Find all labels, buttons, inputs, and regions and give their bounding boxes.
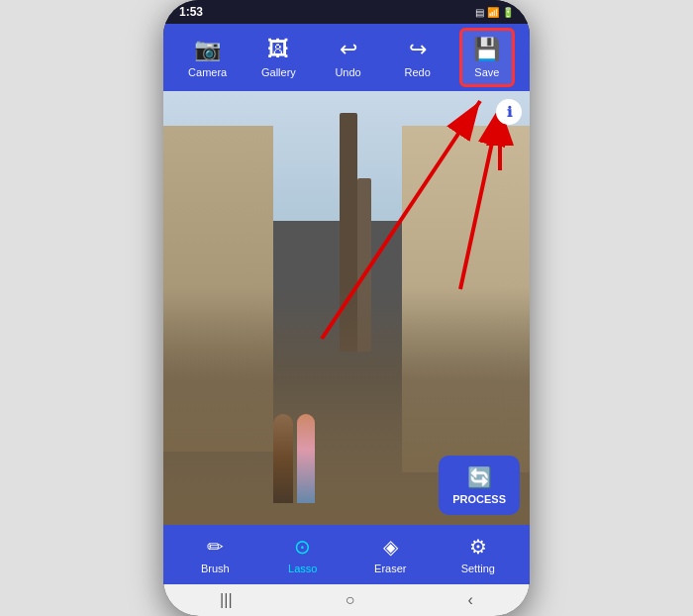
- phone-frame: 1:53 ▤ 📶 🔋 📷 Camera 🖼 Gallery ↩ Undo ↪ R…: [163, 0, 530, 616]
- save-label: Save: [474, 66, 499, 78]
- camera-label: Camera: [188, 66, 227, 78]
- eraser-label: Eraser: [374, 563, 406, 574]
- lasso-label: Lasso: [288, 563, 317, 574]
- setting-button[interactable]: ⚙ Setting: [448, 535, 508, 574]
- lasso-icon: ⊙: [294, 535, 311, 559]
- info-button[interactable]: ℹ: [496, 99, 522, 125]
- brush-label: Brush: [201, 563, 230, 574]
- nav-menu-icon[interactable]: |||: [220, 591, 232, 609]
- battery-icon: ▤ 📶 🔋: [475, 7, 514, 18]
- image-area: ℹ 🔄 PROCESS: [163, 91, 530, 525]
- setting-label: Setting: [461, 563, 495, 574]
- brush-button[interactable]: ✏ Brush: [185, 535, 245, 574]
- eraser-button[interactable]: ◈ Eraser: [360, 535, 420, 574]
- camera-icon: 📷: [194, 37, 221, 62]
- brush-icon: ✏: [207, 535, 224, 559]
- gallery-label: Gallery: [261, 66, 296, 78]
- setting-icon: ⚙: [469, 535, 487, 559]
- nav-back-icon[interactable]: ‹: [468, 591, 473, 609]
- save-icon: 💾: [473, 37, 500, 62]
- save-button[interactable]: 💾 Save: [459, 28, 515, 87]
- undo-icon: ↩: [340, 37, 357, 62]
- bottom-toolbar: ✏ Brush ⊙ Lasso ◈ Eraser ⚙ Setting: [163, 525, 530, 584]
- nav-home-icon[interactable]: ○: [346, 591, 355, 609]
- camera-button[interactable]: 📷 Camera: [178, 31, 237, 84]
- person-couple: [273, 414, 333, 503]
- eraser-icon: ◈: [383, 535, 398, 559]
- person-1: [273, 414, 293, 503]
- status-icons: ▤ 📶 🔋: [475, 7, 514, 18]
- process-label: PROCESS: [452, 493, 506, 505]
- undo-button[interactable]: ↩ Undo: [321, 31, 376, 84]
- redo-label: Redo: [405, 66, 431, 78]
- top-toolbar: 📷 Camera 🖼 Gallery ↩ Undo ↪ Redo 💾 Save: [163, 24, 530, 91]
- nav-bar: ||| ○ ‹: [163, 584, 530, 616]
- status-bar: 1:53 ▤ 📶 🔋: [163, 0, 530, 24]
- redo-button[interactable]: ↪ Redo: [390, 31, 446, 84]
- status-time: 1:53: [179, 5, 203, 19]
- process-icon: 🔄: [467, 465, 492, 489]
- gallery-icon: 🖼: [267, 37, 289, 62]
- undo-label: Undo: [335, 66, 360, 78]
- person-2: [297, 414, 315, 503]
- gallery-button[interactable]: 🖼 Gallery: [250, 31, 306, 84]
- process-button[interactable]: 🔄 PROCESS: [439, 456, 520, 515]
- redo-icon: ↪: [409, 37, 427, 62]
- lasso-button[interactable]: ⊙ Lasso: [273, 535, 333, 574]
